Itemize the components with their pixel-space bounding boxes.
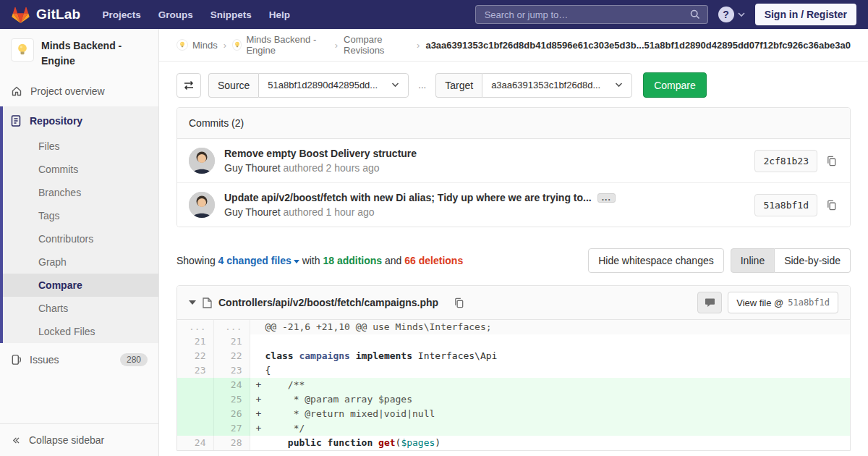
source-ref-dropdown[interactable]: 51a8bf1d2890d42895dd... — [258, 73, 409, 98]
commit-author-link[interactable]: Guy Thouret — [224, 206, 281, 218]
toggle-comments-button[interactable] — [697, 292, 722, 313]
code-token: { — [265, 365, 271, 376]
breadcrumb-separator: › — [417, 40, 420, 51]
diff-table-body: ......@@ -21,6 +21,10 @@ use Minds\Inter… — [177, 320, 850, 450]
new-line-number[interactable]: 23 — [213, 363, 250, 378]
code-token: * @param array $pages — [265, 394, 413, 405]
sidebar-item-commits[interactable]: Commits — [3, 158, 158, 181]
commit-description-toggle[interactable]: ... — [597, 193, 616, 203]
changed-files-dropdown[interactable]: 4 changed files — [218, 255, 299, 266]
main-content: Minds› Minds Backend - Engine›Compare Re… — [159, 29, 868, 456]
target-ref-dropdown[interactable]: a3aa6391353c1bf26d8d... — [482, 73, 632, 98]
sidebar-item-compare[interactable]: Compare — [3, 274, 158, 297]
brand-text: GitLab — [36, 7, 80, 22]
code-token: implements — [356, 350, 412, 361]
copy-file-path-button[interactable] — [452, 296, 466, 310]
sidebar-item-tags[interactable]: Tags — [3, 204, 158, 227]
commit-info: Remove empty Boost Delivery structureGuy… — [224, 148, 746, 174]
collapse-sidebar-button[interactable]: Collapse sidebar — [0, 423, 158, 456]
commit-author-link[interactable]: Guy Thouret — [224, 162, 281, 174]
diff-line: 2121 — [177, 334, 850, 349]
collapse-file-caret[interactable] — [189, 300, 196, 305]
old-line-number[interactable] — [177, 407, 213, 421]
and-label: and — [385, 255, 401, 266]
sidebar-item-project-overview[interactable]: Project overview — [0, 76, 158, 106]
swap-revisions-button[interactable] — [176, 73, 201, 98]
new-line-number[interactable]: 26 — [213, 407, 250, 421]
file-actions: View file @ 51a8bf1d — [697, 292, 838, 313]
old-line-number[interactable] — [177, 378, 213, 392]
hide-whitespace-button[interactable]: Hide whitespace changes — [588, 248, 724, 273]
diff-summary-bar: Showing 4 changed files with 18 addition… — [159, 227, 868, 273]
source-ref-value: 51a8bf1d2890d42895dd... — [268, 80, 378, 90]
search-input[interactable] — [483, 9, 690, 21]
diff-line-code: + * @return mixed|void|null — [250, 407, 850, 421]
commit-title-row: Remove empty Boost Delivery structure — [224, 148, 746, 159]
sidebar-item-contributors[interactable]: Contributors — [3, 227, 158, 250]
sidebar-item-graph[interactable]: Graph — [3, 250, 158, 274]
old-line-number[interactable]: 23 — [177, 363, 213, 378]
lightbulb-icon — [179, 41, 186, 48]
breadcrumb-item[interactable]: Compare Revisions — [344, 34, 411, 56]
old-line-number[interactable]: 21 — [177, 334, 213, 349]
commit-sha-link[interactable]: 2cf81b23 — [754, 150, 817, 172]
nav-link-groups[interactable]: Groups — [150, 9, 202, 20]
new-line-number[interactable]: 22 — [213, 349, 250, 363]
inline-view-button[interactable]: Inline — [731, 248, 775, 273]
gitlab-logo[interactable]: GitLab — [12, 6, 80, 24]
sidebar-item-branches[interactable]: Branches — [3, 181, 158, 204]
sign-in-register-button[interactable]: Sign in / Register — [755, 4, 856, 25]
nav-link-snippets[interactable]: Snippets — [202, 9, 260, 20]
commit-meta: Guy Thouret authored 2 hours ago — [224, 162, 746, 174]
view-file-button[interactable]: View file @ 51a8bf1d — [728, 292, 838, 313]
commits-panel: Commits (2) Remove empty Boost Delivery … — [176, 107, 851, 227]
tanuki-icon — [12, 6, 30, 24]
copy-sha-button[interactable] — [825, 154, 838, 168]
sidebar-item-issues[interactable]: Issues 280 — [0, 343, 158, 376]
diff-line: 2222class campaigns implements Interface… — [177, 349, 850, 363]
old-line-number[interactable]: ... — [177, 320, 213, 334]
copy-sha-button[interactable] — [825, 198, 838, 212]
code-token: Interfaces\Api — [412, 350, 497, 361]
old-line-number[interactable] — [177, 392, 213, 407]
user-photo — [189, 192, 215, 218]
breadcrumb-item[interactable]: Minds — [176, 39, 218, 51]
view-file-label: View file @ — [736, 297, 783, 308]
new-line-number[interactable]: 25 — [213, 392, 250, 407]
file-icon — [203, 297, 212, 308]
compare-button[interactable]: Compare — [643, 72, 707, 98]
diff-line: 2428 public function get($pages) — [177, 436, 850, 450]
code-token: * @return mixed|void|null — [265, 408, 435, 419]
sidebar-item-repository[interactable]: Repository — [3, 106, 158, 135]
side-by-side-view-button[interactable]: Side-by-side — [775, 248, 851, 273]
sidebar-item-charts[interactable]: Charts — [3, 297, 158, 320]
old-line-number[interactable]: 22 — [177, 349, 213, 363]
project-header[interactable]: Minds Backend - Engine — [0, 29, 158, 76]
new-line-number[interactable]: 27 — [213, 421, 250, 436]
breadcrumb-item[interactable]: Minds Backend - Engine — [232, 34, 329, 56]
diff-line-sign: + — [256, 407, 265, 421]
commit-title-link[interactable]: Remove empty Boost Delivery structure — [224, 148, 417, 159]
commit-title-link[interactable]: Update api/v2/boost/fetch with new Di al… — [224, 192, 592, 203]
commit-sha-link[interactable]: 51a8bf1d — [754, 194, 817, 216]
nav-link-projects[interactable]: Projects — [93, 9, 149, 20]
sidebar-item-files[interactable]: Files — [3, 135, 158, 158]
nav-link-help[interactable]: Help — [260, 9, 299, 20]
code-token: public — [288, 437, 322, 448]
new-line-number[interactable]: ... — [213, 320, 250, 334]
code-token: @@ -21,6 +21,10 @@ use Minds\Interfaces; — [265, 321, 492, 332]
help-menu[interactable]: ? — [718, 7, 745, 22]
new-line-number[interactable]: 21 — [213, 334, 250, 349]
old-line-number[interactable] — [177, 421, 213, 436]
new-line-number[interactable]: 28 — [213, 436, 250, 450]
old-line-number[interactable]: 24 — [177, 436, 213, 450]
breadcrumb-avatar — [176, 39, 188, 51]
new-line-number[interactable]: 24 — [213, 378, 250, 392]
chevron-down-icon — [391, 83, 399, 88]
global-search[interactable] — [475, 5, 708, 24]
sidebar-item-label: Project overview — [30, 85, 105, 97]
target-group: Target a3aa6391353c1bf26d8d... — [435, 73, 632, 98]
file-path[interactable]: Controllers/api/v2/boost/fetch/campaigns… — [218, 297, 438, 308]
commits-list: Remove empty Boost Delivery structureGuy… — [177, 139, 850, 227]
sidebar-item-locked-files[interactable]: Locked Files — [3, 320, 158, 343]
